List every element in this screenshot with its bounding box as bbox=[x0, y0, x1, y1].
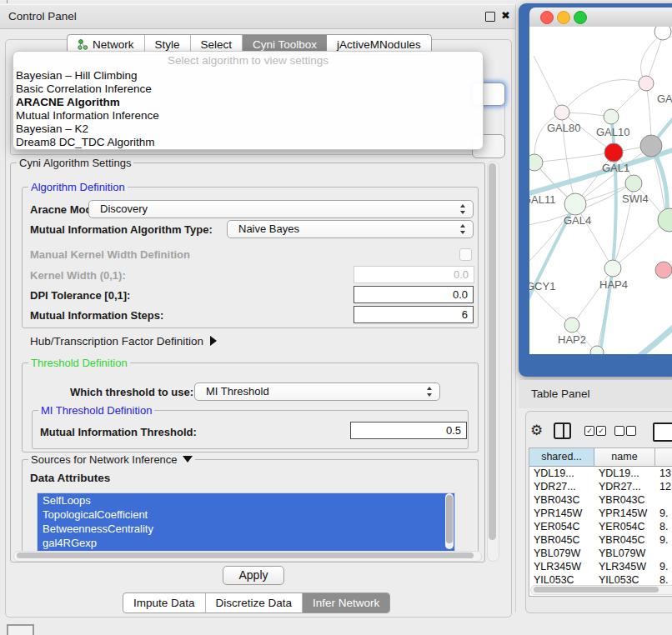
table-panel-title: Table Panel bbox=[531, 388, 590, 400]
tab-infer-network[interactable]: Infer Network bbox=[303, 593, 389, 612]
table-panel-titlebar: Table Panel bbox=[519, 380, 672, 408]
network-node bbox=[554, 105, 569, 120]
table-horizontal-scrollbar[interactable] bbox=[530, 585, 672, 595]
mac-close-icon[interactable] bbox=[540, 11, 554, 24]
table-row[interactable]: YLR345WYLR345W9. bbox=[529, 560, 672, 573]
float-window-icon[interactable] bbox=[485, 12, 495, 22]
svg-text:GCY1: GCY1 bbox=[529, 280, 555, 292]
manual-kernel-checkbox[interactable] bbox=[459, 248, 472, 261]
network-canvas[interactable]: GAL GAL80 GAL10 GAL1 GAL11 SWI4 GAL4 GCY… bbox=[529, 27, 672, 354]
mi-algorithm-type-combobox[interactable]: Naive Bayes bbox=[227, 220, 474, 238]
network-node bbox=[625, 175, 642, 192]
settings-horizontal-scrollbar[interactable] bbox=[13, 551, 482, 562]
which-threshold-combobox[interactable]: MI Threshold bbox=[194, 382, 440, 401]
table-row[interactable]: YPR145WYPR145W9. bbox=[529, 507, 672, 520]
column-header-name[interactable]: name bbox=[594, 448, 655, 467]
mac-minimize-icon[interactable] bbox=[557, 11, 570, 24]
attribute-item[interactable]: BetweennessCentrality bbox=[38, 522, 454, 536]
collapse-down-icon bbox=[183, 456, 193, 462]
deselect-all-checkbox-icon[interactable] bbox=[626, 426, 636, 436]
mi-type-label: Mutual Information Algorithm Type: bbox=[30, 223, 213, 236]
algorithm-option[interactable]: Mutual Information Inference bbox=[16, 109, 479, 122]
table-row[interactable]: YER054CYER054C8. bbox=[529, 520, 672, 533]
gear-icon[interactable]: ⚙ bbox=[530, 422, 543, 439]
attribute-item[interactable]: SelfLoops bbox=[38, 493, 454, 508]
sources-legend[interactable]: Sources for Network Inference bbox=[28, 453, 195, 466]
table-row[interactable]: YBR045CYBR045C9. bbox=[529, 533, 672, 547]
splitter-fragment bbox=[7, 0, 8, 3]
tab-select-label: Select bbox=[201, 38, 233, 51]
control-panel-title: Control Panel bbox=[8, 10, 77, 22]
column-header-partial[interactable] bbox=[655, 448, 672, 467]
mac-zoom-icon[interactable] bbox=[574, 11, 587, 24]
svg-text:HAP4: HAP4 bbox=[599, 278, 628, 291]
svg-text:GAL: GAL bbox=[657, 92, 672, 105]
network-node bbox=[654, 27, 671, 40]
aracne-mode-value: Discovery bbox=[100, 202, 148, 215]
algorithm-option[interactable]: Basic Correlation Inference bbox=[16, 82, 479, 96]
network-node bbox=[604, 109, 619, 124]
hub-definition-expander[interactable]: Hub/Transcription Factor Definition bbox=[30, 335, 217, 348]
table-file-icon[interactable] bbox=[653, 422, 672, 442]
attribute-item[interactable]: TopologicalCoefficient bbox=[38, 508, 454, 522]
mi-threshold-field[interactable]: 0.5 bbox=[350, 422, 467, 439]
kernel-width-field[interactable]: 0.0 bbox=[354, 266, 474, 283]
mi-steps-field[interactable]: 6 bbox=[354, 306, 474, 323]
table-row[interactable]: YBL079WYBL079W bbox=[529, 547, 672, 560]
close-icon[interactable]: ✖ bbox=[501, 9, 510, 22]
select-all-checkbox-icon[interactable]: ✓ bbox=[584, 426, 594, 436]
table-panel-window: ⚙ ✓ ✓ shared... name YDL19...YDL19...13 … bbox=[525, 411, 672, 613]
data-attributes-list: SelfLoops TopologicalCoefficient Between… bbox=[37, 492, 455, 552]
table-row[interactable]: YDL19...YDL19...13 bbox=[529, 467, 672, 480]
table-row[interactable]: YIL053CYIL053C8. bbox=[529, 573, 672, 583]
dpi-tolerance-field[interactable]: 0.0 bbox=[354, 286, 474, 303]
spinner-arrows-icon bbox=[460, 204, 466, 214]
network-node bbox=[564, 193, 586, 215]
sources-legend-label: Sources for Network Inference bbox=[31, 453, 178, 466]
algorithm-dropdown-placeholder: Select algorithm to view settings bbox=[13, 54, 483, 67]
network-node bbox=[564, 318, 579, 332]
svg-text:GAL4: GAL4 bbox=[564, 214, 591, 227]
network-node bbox=[604, 143, 623, 162]
collapsed-panel-stub[interactable] bbox=[7, 624, 34, 635]
settings-vertical-scrollbar[interactable] bbox=[487, 161, 499, 562]
tab-network-label: Network bbox=[93, 38, 134, 51]
network-nodes[interactable] bbox=[529, 27, 672, 354]
tab-infer-label: Infer Network bbox=[313, 597, 379, 609]
attribute-item[interactable]: gal4RGexp bbox=[38, 536, 454, 550]
table-row[interactable]: YBR043CYBR043C bbox=[529, 493, 672, 507]
mi-threshold-label: Mutual Information Threshold: bbox=[40, 426, 197, 438]
spinner-arrows-icon bbox=[460, 224, 466, 234]
column-layout-icon[interactable] bbox=[554, 422, 571, 439]
tab-impute-data[interactable]: Impute Data bbox=[123, 593, 206, 612]
data-attributes-label: Data Attributes bbox=[30, 472, 110, 484]
control-panel-titlebar: Control Panel ✖ bbox=[0, 4, 515, 29]
network-view-titlebar bbox=[529, 8, 672, 28]
deselect-all-checkbox-icon[interactable] bbox=[614, 426, 624, 436]
network-node bbox=[604, 260, 621, 277]
column-header-shared-name[interactable]: shared... bbox=[529, 448, 594, 467]
application-root: Control Panel ✖ Network Style Select bbox=[0, 0, 672, 635]
aracne-mode-combobox[interactable]: Discovery bbox=[88, 200, 474, 218]
table-row[interactable]: YDR27...YDR27...12 bbox=[529, 480, 672, 493]
which-threshold-value: MI Threshold bbox=[206, 385, 269, 398]
kernel-width-label: Kernel Width (0,1): bbox=[30, 269, 126, 282]
svg-text:SWI4: SWI4 bbox=[622, 192, 649, 205]
algorithm-option[interactable]: Bayesian – K2 bbox=[16, 122, 479, 136]
algorithm-option[interactable]: Bayesian – Hill Climbing bbox=[16, 69, 479, 82]
tab-discretize-data[interactable]: Discretize Data bbox=[206, 593, 303, 612]
network-view-window[interactable]: GAL GAL80 GAL10 GAL1 GAL11 SWI4 GAL4 GCY… bbox=[519, 3, 672, 377]
algorithm-option[interactable]: Dream8 DC_TDC Algorithm bbox=[16, 136, 479, 149]
attributes-scrollbar[interactable] bbox=[445, 493, 454, 549]
tab-cyni-toolbox-label: Cyni Toolbox bbox=[253, 38, 317, 51]
svg-text:HAP2: HAP2 bbox=[558, 333, 586, 346]
select-all-checkbox-icon[interactable]: ✓ bbox=[596, 426, 606, 436]
svg-text:GAL80: GAL80 bbox=[547, 122, 580, 134]
hub-definition-label: Hub/Transcription Factor Definition bbox=[30, 335, 203, 348]
algorithm-option-selected[interactable]: ARACNE Algorithm bbox=[16, 96, 479, 109]
network-node bbox=[529, 154, 543, 171]
network-icon bbox=[78, 39, 88, 50]
mi-type-value: Naive Bayes bbox=[238, 222, 299, 235]
expand-right-icon bbox=[210, 336, 217, 346]
apply-button[interactable]: Apply bbox=[223, 566, 284, 585]
